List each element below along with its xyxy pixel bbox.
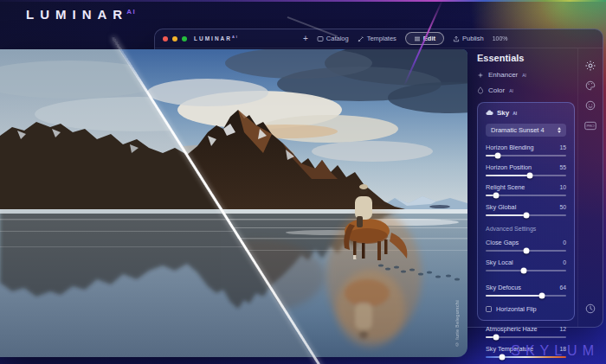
- close-window-button[interactable]: [163, 36, 168, 42]
- color-icon: [477, 86, 484, 94]
- logo-ai-sup: AI: [126, 8, 136, 16]
- edit-panel: Essentials EnhancerAI ColorAI SkyAI Dram: [468, 48, 577, 327]
- slider-label: Horizon Blending: [486, 144, 534, 151]
- main-toolbar: + Catalog Templates Edit Publish 100: [303, 32, 530, 45]
- publish-icon: [453, 35, 460, 42]
- sky-preset-value: Dramatic Sunset 4: [491, 126, 545, 134]
- slider-close-gaps: Close Gaps0: [486, 239, 566, 252]
- traffic-lights: [163, 36, 187, 42]
- sky-ai-card: SkyAI Dramatic Sunset 4 Horizon Blending…: [477, 102, 575, 321]
- creative-palette-icon[interactable]: [584, 80, 596, 92]
- slider-value: 10: [559, 184, 566, 190]
- slider-track[interactable]: [486, 155, 566, 156]
- slider-value: 64: [559, 284, 566, 291]
- sky-label: Sky: [497, 109, 509, 117]
- professional-pro-icon[interactable]: PRO: [584, 119, 596, 131]
- rainbow-top-edge: [0, 0, 606, 2]
- slider-label: Horizon Position: [486, 163, 532, 171]
- slider-sky-local: Sky Local0: [486, 259, 566, 271]
- enhancer-label: Enhancer: [488, 71, 518, 79]
- slider-sky-defocus: Sky Defocus64: [486, 284, 566, 297]
- slider-thumb[interactable]: [523, 213, 529, 219]
- color-label: Color: [488, 86, 505, 94]
- zoom-window-button[interactable]: [182, 36, 187, 42]
- slider-track[interactable]: [486, 270, 566, 271]
- sky-ai-sup: AI: [513, 111, 517, 116]
- slider-track[interactable]: [486, 175, 566, 176]
- window-title-ai-sup: AI: [232, 35, 239, 39]
- slider-label: Atmospheric Haze: [486, 325, 538, 333]
- checkbox-unchecked[interactable]: [486, 306, 492, 312]
- tab-templates[interactable]: Templates: [358, 35, 396, 42]
- slider-label: Sky Global: [486, 203, 516, 211]
- skylum-wordmark: SKYLUM: [511, 343, 599, 359]
- slider-track[interactable]: [486, 195, 566, 196]
- landscape-photo: [0, 49, 467, 357]
- portrait-face-icon[interactable]: [584, 99, 596, 112]
- slider-thumb[interactable]: [499, 354, 505, 361]
- minimize-window-button[interactable]: [172, 36, 177, 42]
- slider-relight-scene: Relight Scene10: [486, 183, 566, 196]
- slider-track[interactable]: [486, 214, 566, 216]
- enhancer-icon: [477, 72, 484, 79]
- logo-text: LUMINAR: [26, 7, 128, 22]
- tool-color[interactable]: ColorAI: [477, 86, 576, 94]
- slider-thumb[interactable]: [527, 173, 533, 179]
- slider-thumb[interactable]: [493, 193, 500, 199]
- templates-icon: [358, 35, 364, 42]
- templates-label: Templates: [367, 35, 396, 42]
- slider-thumb[interactable]: [523, 248, 529, 254]
- catalog-icon: [317, 35, 324, 42]
- window-title: LUMINARAI: [194, 35, 239, 42]
- publish-label: Publish: [462, 35, 484, 42]
- color-ai-sup: AI: [509, 88, 513, 93]
- slider-label: Sky Defocus: [486, 284, 521, 291]
- slider-value: 12: [559, 326, 566, 332]
- tool-enhancer[interactable]: EnhancerAI: [477, 71, 576, 79]
- svg-text:PRO: PRO: [586, 124, 595, 128]
- horizontal-flip-label: Horizontal Flip: [496, 305, 537, 313]
- slider-thumb[interactable]: [494, 153, 500, 159]
- sky-preset-dropdown[interactable]: Dramatic Sunset 4: [486, 124, 566, 137]
- essentials-sun-icon[interactable]: [584, 60, 596, 72]
- horizontal-flip-toggle[interactable]: Horizontal Flip: [486, 305, 566, 313]
- slider-track[interactable]: [486, 250, 566, 252]
- slider-value: 55: [559, 164, 566, 170]
- slider-horizon-blending: Horizon Blending15: [486, 144, 566, 156]
- slider-value: 0: [563, 259, 566, 265]
- photo-canvas[interactable]: © Iurie Belegurschi: [0, 49, 467, 357]
- tab-catalog[interactable]: Catalog: [317, 35, 349, 42]
- history-clock-icon[interactable]: [584, 303, 596, 315]
- slider-value: 0: [563, 239, 566, 246]
- zoom-level[interactable]: 100%: [493, 35, 508, 42]
- slider-thumb[interactable]: [493, 335, 500, 341]
- slider-label: Close Gaps: [486, 239, 519, 246]
- slider-sky-global: Sky Global50: [486, 203, 566, 216]
- slider-atmospheric-haze: Atmospheric Haze12: [486, 325, 566, 338]
- slider-thumb[interactable]: [539, 293, 545, 299]
- slider-value: 50: [559, 204, 566, 210]
- luminar-logo: LUMINARAI: [26, 7, 136, 22]
- category-icon-strip: PRO: [577, 48, 603, 327]
- chevron-updown-icon: [558, 127, 561, 133]
- panel-heading: Essentials: [477, 53, 576, 63]
- slider-track[interactable]: [486, 336, 566, 338]
- slider-thumb[interactable]: [520, 268, 526, 274]
- slider-label: Relight Scene: [486, 183, 525, 191]
- luminar-promo-banner: LUMINARAI LUMINARAI + Catalog Templates: [0, 0, 606, 364]
- slider-horizon-position: Horizon Position55: [486, 163, 566, 176]
- slider-track[interactable]: [486, 295, 566, 297]
- tool-sky[interactable]: SkyAI: [486, 109, 566, 117]
- slider-value: 15: [559, 144, 566, 150]
- slider-label: Sky Local: [486, 259, 513, 266]
- edit-icon: [414, 35, 421, 42]
- cloud-icon: [486, 110, 493, 116]
- advanced-settings-heading: Advanced Settings: [486, 226, 566, 232]
- enhancer-ai-sup: AI: [522, 73, 526, 78]
- window-titlebar: LUMINARAI + Catalog Templates Edit Pub: [155, 29, 603, 48]
- tab-publish[interactable]: Publish: [453, 35, 484, 42]
- photographer-watermark: © Iurie Belegurschi: [455, 300, 460, 347]
- window-title-text: LUMINAR: [194, 36, 232, 42]
- add-photo-button[interactable]: +: [303, 35, 308, 43]
